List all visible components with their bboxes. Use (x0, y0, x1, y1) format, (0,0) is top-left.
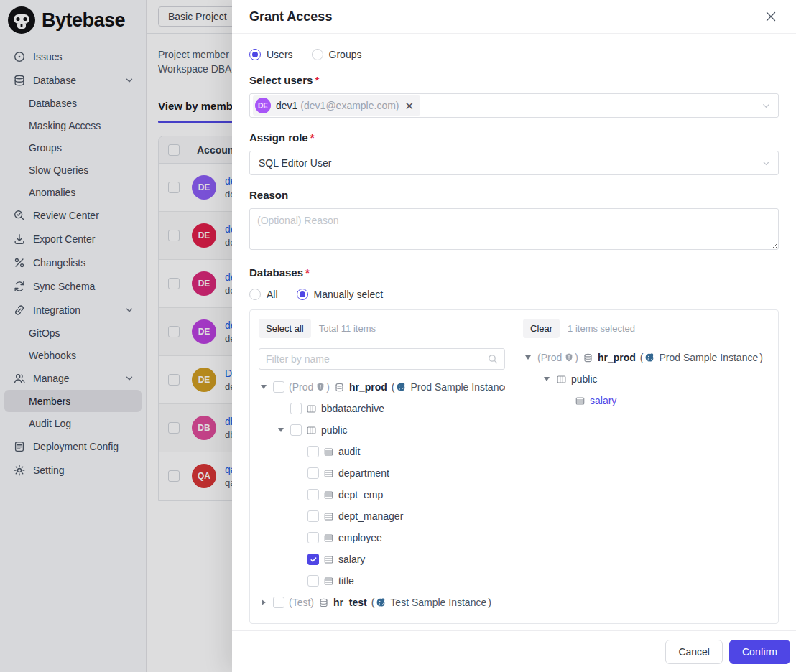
tree-item-hr-test[interactable]: (Test)hr_test(Test Sample Instance) (259, 592, 505, 613)
caret-spacer (293, 511, 303, 521)
tree-item-audit[interactable]: audit (259, 441, 505, 462)
reason-label: Reason (249, 189, 779, 201)
tree-checkbox[interactable] (307, 510, 319, 522)
instance-name: Prod Sample Instance (410, 381, 505, 393)
radio-option-manually-select[interactable]: Manually select (297, 289, 384, 300)
table-icon (323, 490, 334, 500)
postgresql-icon (396, 382, 406, 392)
assign-role-select[interactable]: SQL Editor User (249, 151, 779, 175)
tree-checkbox[interactable] (307, 554, 319, 565)
select-all-button[interactable]: Select all (259, 319, 311, 338)
environment-shield-icon (564, 353, 574, 363)
table-icon (323, 447, 334, 457)
table-icon (323, 576, 334, 587)
cancel-button[interactable]: Cancel (665, 640, 723, 664)
caret-spacer (560, 396, 570, 406)
tree-checkbox[interactable] (307, 446, 319, 457)
tree-item-hr-prod[interactable]: (Prod)hr_prod(Prod Sample Instance) (523, 347, 769, 368)
environment-label: (Test) (289, 597, 314, 608)
tree-checkbox[interactable] (307, 532, 319, 543)
schema-icon (556, 374, 567, 385)
radio-option-users[interactable]: Users (249, 49, 293, 60)
reason-textarea[interactable] (249, 208, 779, 250)
filter-input[interactable] (266, 353, 488, 365)
transfer-target-pane: Clear 1 items selected (Prod)hr_prod(Pro… (514, 310, 778, 623)
table-name: dept_manager (338, 510, 403, 522)
confirm-button[interactable]: Confirm (729, 640, 790, 664)
db-name: hr_prod (349, 381, 387, 393)
caret-down-icon[interactable] (276, 425, 286, 435)
db-name: hr_test (333, 597, 367, 608)
radio-option-groups[interactable]: Groups (312, 49, 362, 60)
environment-shield-icon (315, 382, 325, 392)
tree-checkbox[interactable] (290, 424, 302, 436)
instance-paren-open: ( (640, 352, 644, 363)
tree-item-dept-emp[interactable]: dept_emp (259, 484, 505, 505)
tree-checkbox[interactable] (273, 381, 284, 393)
instance-name: Prod Sample Instance (659, 352, 758, 363)
radio-selected[interactable] (249, 49, 261, 60)
tree-item-bbdataarchive[interactable]: bbdataarchive (259, 398, 505, 419)
modal-header: Grant Access (232, 0, 796, 34)
table-icon (323, 533, 334, 543)
table-name: employee (338, 532, 382, 543)
radio-label: Users (267, 49, 293, 60)
schema-name: bbdataarchive (321, 403, 384, 414)
database-icon (318, 597, 329, 608)
radio-unselected[interactable] (312, 49, 323, 60)
database-transfer: Select all Total 11 items (Prod)hr_prod(… (249, 309, 779, 624)
tree-item-public[interactable]: public (523, 368, 769, 390)
target-pane-header: Clear 1 items selected (523, 319, 769, 338)
schema-icon (306, 425, 317, 436)
table-name: salary (338, 554, 365, 565)
required-asterisk: * (310, 131, 315, 144)
tree-checkbox[interactable] (273, 597, 284, 608)
chevron-down-icon (762, 159, 771, 168)
caret-down-icon[interactable] (259, 382, 269, 392)
tree-item-salary[interactable]: salary (259, 549, 505, 570)
caret-spacer (293, 490, 303, 500)
radio-unselected[interactable] (249, 289, 261, 300)
tree-item-employee[interactable]: employee (259, 527, 505, 549)
filter-bar (259, 348, 505, 370)
tree-item-hr-prod[interactable]: (Prod)hr_prod(Prod Sample Instance) (259, 376, 505, 398)
tree-item-public[interactable]: public (259, 419, 505, 441)
modal-body: UsersGroups Select users* DE dev1 (dev1@… (232, 34, 796, 630)
selected-count-label: 1 items selected (568, 323, 635, 334)
tree-checkbox[interactable] (307, 489, 319, 500)
instance-paren-open: ( (392, 381, 395, 393)
select-users-label: Select users* (249, 74, 779, 86)
assign-role-value: SQL Editor User (259, 157, 331, 169)
tree-item-title[interactable]: title (259, 570, 505, 592)
clear-button[interactable]: Clear (523, 319, 560, 338)
radio-selected[interactable] (297, 289, 308, 300)
table-name: department (338, 467, 389, 479)
table-icon (575, 396, 586, 406)
grant-access-modal: Grant Access UsersGroups Select users* D… (232, 0, 796, 672)
tree-item-department[interactable]: department (259, 462, 505, 484)
tree-item-dept-manager[interactable]: dept_manager (259, 505, 505, 527)
radio-label: Manually select (314, 289, 384, 300)
environment-label: (Prod (289, 381, 313, 393)
select-users-input[interactable]: DE dev1 (dev1@example.com) ✕ (249, 93, 779, 118)
caret-down-icon[interactable] (523, 353, 533, 363)
radio-option-all[interactable]: All (249, 289, 278, 300)
tree-checkbox[interactable] (307, 575, 319, 587)
close-icon[interactable] (763, 9, 779, 24)
chip-avatar: DE (255, 98, 271, 113)
tree-item-salary[interactable]: salary (523, 390, 769, 411)
modal-title: Grant Access (249, 9, 332, 24)
required-asterisk: * (315, 74, 319, 86)
database-icon (334, 382, 345, 393)
table-name: salary (590, 395, 616, 406)
tree-checkbox[interactable] (290, 403, 302, 414)
remove-user-icon[interactable]: ✕ (405, 101, 415, 111)
schema-icon (306, 403, 317, 414)
caret-spacer (293, 447, 303, 457)
caret-spacer (293, 554, 303, 564)
caret-down-icon[interactable] (542, 374, 552, 384)
tree-checkbox[interactable] (307, 467, 319, 479)
member-type-radio-group: UsersGroups (249, 49, 779, 60)
radio-label: All (267, 289, 278, 300)
caret-right-icon[interactable] (259, 597, 269, 607)
